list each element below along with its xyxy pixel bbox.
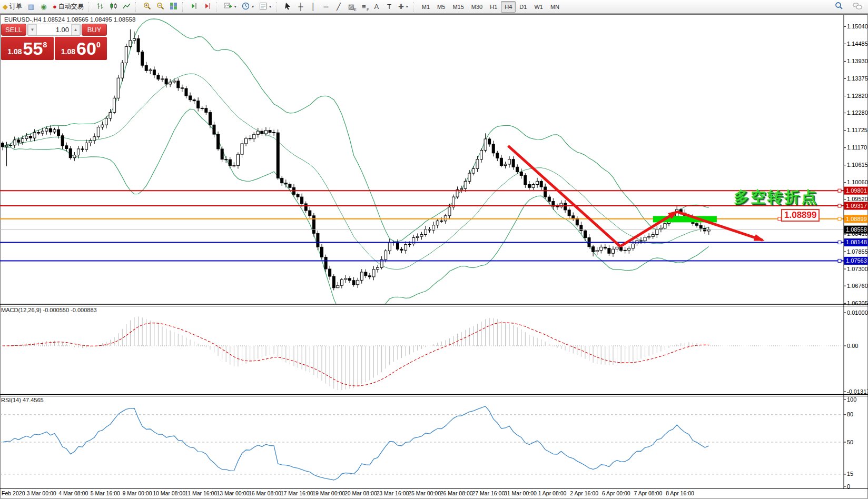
line-handle[interactable] <box>838 189 841 192</box>
line-handle[interactable] <box>838 204 841 207</box>
cursor-button[interactable] <box>281 1 294 13</box>
dropdown-arrow-icon[interactable]: ▾ <box>252 4 254 9</box>
fibonacci-button[interactable]: ≡F <box>358 1 370 13</box>
time-axis[interactable]: 28 Feb 20203 Mar 00:004 Mar 08:005 Mar 1… <box>0 490 694 496</box>
buy-price-prefix: 1.08 <box>61 47 75 56</box>
horizontal-line-button[interactable]: ─ <box>320 1 332 13</box>
zoom-out-button[interactable] <box>154 1 167 13</box>
time-axis-label: 27 Mar 16:00 <box>472 490 505 496</box>
time-axis-label: 13 Mar 00:00 <box>216 490 249 496</box>
text-icon: A <box>374 3 379 10</box>
line-handle[interactable] <box>838 217 841 221</box>
new-chart-button[interactable]: ▾ <box>221 1 239 13</box>
sub-letter: E <box>354 7 357 12</box>
buy-price-button[interactable]: 1.08 60 0 <box>55 37 107 60</box>
volume-input[interactable] <box>37 24 71 35</box>
time-axis-label: 3 Mar 00:00 <box>27 490 56 496</box>
arrows-button[interactable]: ✚▾ <box>396 1 411 13</box>
line-handle[interactable] <box>838 259 841 262</box>
svg-text:1.07300: 1.07300 <box>847 266 868 272</box>
text-label-button[interactable]: T <box>383 1 396 13</box>
sell-price-button[interactable]: 1.08 55 8 <box>1 37 54 60</box>
candlestick-chart-button[interactable] <box>107 1 120 13</box>
buy-button[interactable]: BUY <box>82 24 107 36</box>
line-handle[interactable] <box>838 241 841 244</box>
svg-text:1.08558: 1.08558 <box>846 226 867 233</box>
dropdown-arrow-icon[interactable]: ▾ <box>406 4 408 9</box>
dropdown-arrow-icon[interactable]: ▾ <box>269 4 271 9</box>
toolbar-separator <box>182 2 186 12</box>
auto-scroll-button[interactable] <box>201 1 214 13</box>
chart-window-frame <box>1 15 868 499</box>
bar-chart-button[interactable] <box>94 1 107 13</box>
tile-windows-icon <box>170 2 177 12</box>
zoom-in-icon <box>143 2 151 12</box>
sell-price-main: 55 <box>23 39 43 57</box>
time-axis-label: 10 Mar 08:00 <box>153 490 185 496</box>
svg-text:1.09317: 1.09317 <box>846 203 867 209</box>
timeframe-m1-button[interactable]: M1 <box>418 1 433 13</box>
svg-text:1.08899: 1.08899 <box>846 216 867 222</box>
timeframe-d1-button[interactable]: D1 <box>516 1 530 13</box>
svg-text:-0.013171: -0.013171 <box>847 388 868 395</box>
periods-icon <box>242 2 250 12</box>
periods-button[interactable]: ▾ <box>239 1 257 13</box>
turning-point-annotation[interactable]: 多空转折点 <box>734 189 818 205</box>
zoom-in-button[interactable] <box>141 1 154 13</box>
volume-stepper: ▼ ▲ <box>27 24 81 36</box>
price-level-label[interactable]: 1.08899 <box>781 209 820 222</box>
time-axis-label: 5 Mar 16:00 <box>91 490 120 496</box>
equidistant-channel-button[interactable]: ▨E <box>345 1 358 13</box>
volume-decrease-button[interactable]: ▼ <box>28 24 37 35</box>
dropdown-arrow-icon[interactable]: ▾ <box>234 4 236 9</box>
sell-button[interactable]: SELL <box>1 24 26 36</box>
sell-price-prefix: 1.08 <box>7 47 22 56</box>
text-button[interactable]: A <box>370 1 383 13</box>
svg-text:1.09801: 1.09801 <box>846 187 867 194</box>
time-axis-label: 26 Mar 08:00 <box>440 490 473 496</box>
trend-arrow-line[interactable] <box>508 146 620 246</box>
line-chart-button[interactable] <box>120 1 133 13</box>
crosshair-icon: ┼ <box>298 3 303 10</box>
auto-trading-button[interactable]: ●自动交易 <box>50 1 86 13</box>
timeframe-w1-button[interactable]: W1 <box>530 1 547 13</box>
timeframe-m15-button[interactable]: M15 <box>449 1 467 13</box>
timeframe-h4-button[interactable]: H4 <box>501 1 516 13</box>
timeframe-mn-button[interactable]: MN <box>547 1 563 13</box>
horizontal-line-icon: ─ <box>323 3 328 10</box>
svg-text:1.13375: 1.13375 <box>847 75 868 82</box>
strategy-navigator-button[interactable]: ◉ <box>37 1 50 13</box>
fibonacci-icon: ≡ <box>362 3 366 10</box>
svg-text:1.07563: 1.07563 <box>846 257 867 264</box>
svg-text:1.12820: 1.12820 <box>847 93 868 99</box>
sub-letter: F <box>367 7 369 12</box>
market-watch-button[interactable]: ▥ <box>25 1 37 13</box>
chart-canvas[interactable]: 1.150401.144851.139301.133751.128201.122… <box>0 0 868 499</box>
auto-trading-button-label: 自动交易 <box>58 2 84 11</box>
trend-arrow-line[interactable] <box>620 212 677 246</box>
timeframe-m5-button[interactable]: M5 <box>433 1 449 13</box>
trendline-button[interactable]: ╱ <box>332 1 345 13</box>
chat-button[interactable] <box>850 1 865 13</box>
vertical-line-button[interactable]: │ <box>307 1 320 13</box>
volume-increase-button[interactable]: ▲ <box>71 24 80 35</box>
templates-button[interactable]: ▾ <box>257 1 274 13</box>
one-click-trading-panel: SELL ▼ ▲ BUY 1.08 55 8 1.08 60 0 <box>1 24 107 60</box>
new-order-icon: ◆ <box>3 3 8 10</box>
templates-icon <box>259 2 267 12</box>
crosshair-button[interactable]: ┼ <box>294 1 307 13</box>
trend-arrow-line[interactable] <box>677 212 763 240</box>
timeframe-m30-button[interactable]: M30 <box>468 1 486 13</box>
new-order-button[interactable]: ◆订单 <box>0 1 25 13</box>
svg-text:15: 15 <box>847 471 853 477</box>
time-axis-label: 6 Apr 00:00 <box>602 490 630 496</box>
price-scale[interactable]: 1.150401.144851.139301.133751.128201.122… <box>844 15 868 490</box>
chart-shift-button[interactable] <box>188 1 201 13</box>
tile-windows-button[interactable] <box>167 1 180 13</box>
timeframe-h1-button[interactable]: H1 <box>486 1 501 13</box>
auto-scroll-icon <box>203 2 211 12</box>
svg-text:1.11170: 1.11170 <box>847 144 867 151</box>
svg-text:50: 50 <box>847 439 853 445</box>
search-button[interactable] <box>832 1 846 13</box>
svg-text:1.11725: 1.11725 <box>847 127 867 133</box>
